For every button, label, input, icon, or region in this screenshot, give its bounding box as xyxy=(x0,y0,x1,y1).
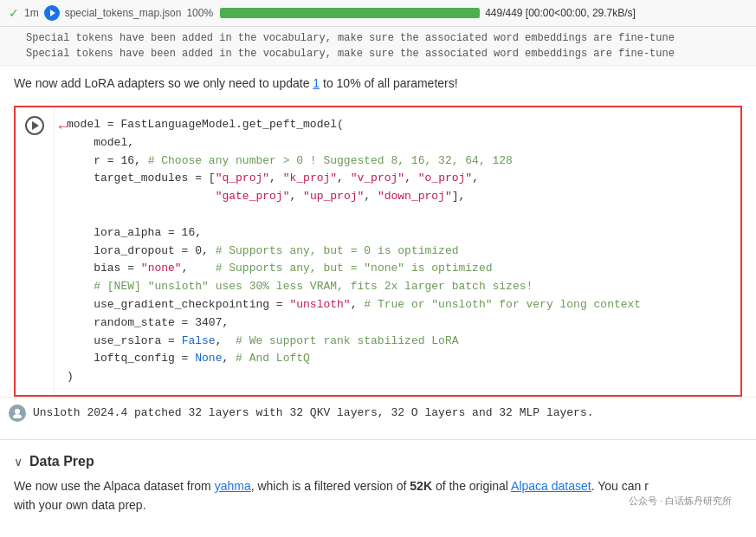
data-prep-header[interactable]: ∨ Data Prep xyxy=(0,450,756,476)
play-button-small[interactable] xyxy=(44,5,60,21)
data-prep-text-2: , which is a filtered version of xyxy=(251,479,410,493)
section-divider xyxy=(0,439,756,440)
log-line-1: Special tokens have been added in the vo… xyxy=(26,30,747,46)
yahma-link[interactable]: yahma xyxy=(215,479,251,493)
svg-point-0 xyxy=(15,409,20,414)
cell-time-label: 1m xyxy=(24,7,39,19)
run-circle-icon[interactable] xyxy=(25,116,44,135)
progress-stats: 449/449 [00:00<00:00, 29.7kB/s] xyxy=(485,7,636,19)
code-content: model = FastLanguageModel.get_peft_model… xyxy=(67,116,732,386)
code-cell: ← model = FastLanguageModel.get_peft_mod… xyxy=(14,106,742,397)
avatar-icon xyxy=(12,408,23,418)
data-prep-text-3: of the original xyxy=(432,479,511,493)
cell-output: Unsloth 2024.4 patched 32 layers with 32… xyxy=(0,397,756,429)
lora-intro-section: We now add LoRA adapters so we only need… xyxy=(0,66,756,106)
arrow-indicator: ← xyxy=(55,118,71,136)
percent-label: 100% xyxy=(186,7,213,19)
check-icon: ✓ xyxy=(9,6,19,20)
data-prep-line2-text: with your own data prep. xyxy=(14,498,146,512)
progress-bar-fill xyxy=(220,8,480,18)
cell-run-button[interactable] xyxy=(16,107,54,395)
cell-status: ✓ 1m special_tokens_map.json 100% xyxy=(9,5,213,21)
data-prep-num: 52K xyxy=(410,479,432,493)
lora-intro-text: We now add LoRA adapters so we only need… xyxy=(14,76,742,90)
output-avatar xyxy=(9,404,26,422)
filename-label: special_tokens_map.json xyxy=(65,7,182,19)
lora-text-middle: to 10% of all parameters! xyxy=(320,76,458,90)
log-lines-container: Special tokens have been added in the vo… xyxy=(0,27,756,66)
progress-bar-wrap xyxy=(220,8,480,18)
progress-container: 449/449 [00:00<00:00, 29.7kB/s] xyxy=(220,7,747,19)
code-cell-wrapper: ← model = FastLanguageModel.get_peft_mod… xyxy=(14,106,742,397)
alpaca-dataset-link[interactable]: Alpaca dataset xyxy=(511,479,591,493)
lora-link-1[interactable]: 1 xyxy=(313,76,320,90)
output-text: Unsloth 2024.4 patched 32 layers with 32… xyxy=(33,404,594,422)
watermark: 公众号 · 白话炼丹研究所 xyxy=(622,491,739,511)
svg-point-1 xyxy=(13,414,22,418)
lora-text-before: We now add LoRA adapters so we only need… xyxy=(14,76,313,90)
log-line-2: Special tokens have been added in the vo… xyxy=(26,46,747,61)
section-title-data-prep: Data Prep xyxy=(29,454,94,469)
progress-bar-row: ✓ 1m special_tokens_map.json 100% 449/44… xyxy=(0,0,756,27)
chevron-down-icon: ∨ xyxy=(14,455,23,469)
data-prep-text-1: We now use the Alpaca dataset from xyxy=(14,479,215,493)
code-block: model = FastLanguageModel.get_peft_model… xyxy=(54,107,740,395)
